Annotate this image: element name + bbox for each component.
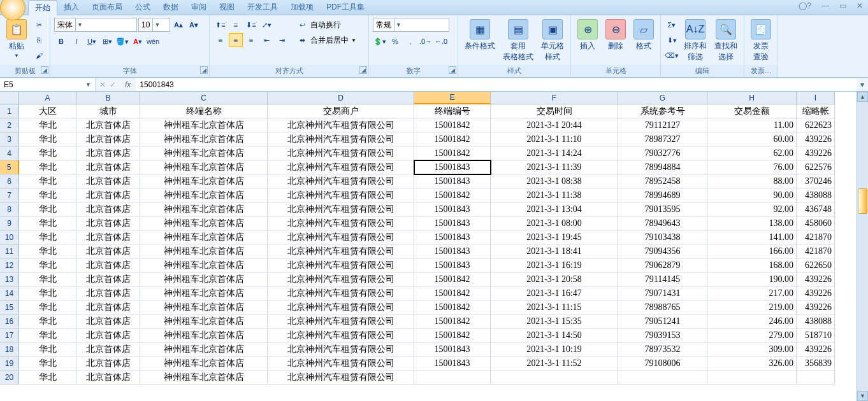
- align-bottom-button[interactable]: ⬇≡: [244, 18, 258, 32]
- align-top-button[interactable]: ⬆≡: [213, 18, 228, 32]
- cell[interactable]: 北京首体店: [76, 216, 140, 230]
- cell[interactable]: 11.00: [707, 118, 797, 132]
- cell[interactable]: 北京神州汽车租赁有限公司: [268, 216, 414, 230]
- row-header-10[interactable]: 10: [0, 230, 19, 244]
- cell[interactable]: 421870: [797, 244, 835, 258]
- cell[interactable]: 436748: [797, 202, 835, 216]
- cell[interactable]: 北京首体店: [76, 244, 140, 258]
- cell[interactable]: 15001843: [414, 356, 491, 370]
- cell[interactable]: 华北: [19, 188, 76, 202]
- indent-dec-button[interactable]: ⇤: [259, 33, 273, 47]
- clipboard-launcher[interactable]: ◢: [41, 66, 48, 74]
- cell[interactable]: 190.00: [707, 272, 797, 286]
- shrink-font-button[interactable]: A▾: [187, 18, 201, 32]
- cell[interactable]: 神州租车北京首体店: [140, 272, 268, 286]
- cell[interactable]: 华北: [19, 118, 76, 132]
- tab-3[interactable]: 公式: [129, 0, 157, 15]
- underline-button[interactable]: U▾: [85, 34, 99, 48]
- cell[interactable]: 79013595: [618, 202, 707, 216]
- row-header-5[interactable]: 5: [0, 160, 19, 174]
- cell[interactable]: 2021-3-1 14:50: [491, 328, 618, 342]
- cell[interactable]: 90.00: [707, 188, 797, 202]
- vertical-scrollbar[interactable]: ▲ ▼: [857, 92, 868, 401]
- align-launcher[interactable]: ◢: [359, 66, 367, 74]
- cell[interactable]: 北京神州汽车租赁有限公司: [268, 174, 414, 188]
- cell[interactable]: [491, 370, 618, 384]
- cell[interactable]: 79062879: [618, 258, 707, 272]
- header-cell[interactable]: 交易时间: [491, 104, 618, 118]
- header-cell[interactable]: 交易金额: [707, 104, 797, 118]
- number-launcher[interactable]: ◢: [449, 66, 456, 74]
- tab-2[interactable]: 页面布局: [85, 0, 129, 15]
- cell[interactable]: 北京神州汽车租赁有限公司: [268, 244, 414, 258]
- cell[interactable]: 北京首体店: [76, 188, 140, 202]
- cell[interactable]: 神州租车北京首体店: [140, 118, 268, 132]
- tab-0[interactable]: 开始: [28, 0, 57, 15]
- percent-button[interactable]: %: [388, 34, 402, 48]
- cell[interactable]: 北京首体店: [76, 258, 140, 272]
- cell[interactable]: 78994884: [618, 160, 707, 174]
- tab-4[interactable]: 数据: [157, 0, 185, 15]
- cell[interactable]: 北京首体店: [76, 146, 140, 160]
- cell[interactable]: 622623: [797, 118, 835, 132]
- cell[interactable]: 15001843: [414, 258, 491, 272]
- col-header-F[interactable]: F: [491, 92, 618, 104]
- bold-button[interactable]: B: [54, 34, 68, 48]
- header-cell[interactable]: 城市: [76, 104, 140, 118]
- row-header-1[interactable]: 1: [0, 104, 19, 118]
- cell[interactable]: 78973532: [618, 342, 707, 356]
- row-header-2[interactable]: 2: [0, 118, 19, 132]
- cell[interactable]: 华北: [19, 216, 76, 230]
- cell[interactable]: 15001842: [414, 272, 491, 286]
- cell[interactable]: 326.00: [707, 356, 797, 370]
- cell[interactable]: 北京首体店: [76, 328, 140, 342]
- cell[interactable]: 北京首体店: [76, 370, 140, 384]
- cell[interactable]: 华北: [19, 230, 76, 244]
- fill-button[interactable]: ⬇▾: [665, 33, 679, 47]
- sort-filter-button[interactable]: A↓Z排序和 筛选: [681, 18, 709, 64]
- cell[interactable]: 168.00: [707, 258, 797, 272]
- border-button[interactable]: ⊞▾: [100, 34, 114, 48]
- tab-6[interactable]: 视图: [213, 0, 241, 15]
- font-name-combo[interactable]: 宋体▼: [54, 18, 137, 32]
- italic-button[interactable]: I: [69, 34, 83, 48]
- cell[interactable]: 217.00: [707, 286, 797, 300]
- cell[interactable]: 439226: [797, 132, 835, 146]
- insert-button[interactable]: ⊕插入: [575, 18, 600, 53]
- cell[interactable]: 622650: [797, 258, 835, 272]
- cell[interactable]: 92.00: [707, 202, 797, 216]
- cell[interactable]: 神州租车北京首体店: [140, 300, 268, 314]
- row-header-6[interactable]: 6: [0, 174, 19, 188]
- name-box-input[interactable]: [4, 80, 61, 89]
- cell[interactable]: 北京首体店: [76, 272, 140, 286]
- conditional-format-button[interactable]: ▦条件格式: [462, 18, 498, 53]
- font-launcher[interactable]: ◢: [200, 66, 208, 74]
- cell[interactable]: 2021-3-1 15:35: [491, 314, 618, 328]
- clear-button[interactable]: ⌫▾: [665, 48, 679, 62]
- row-header-7[interactable]: 7: [0, 188, 19, 202]
- paste-button[interactable]: 📋 粘贴 ▼: [4, 18, 29, 60]
- cell[interactable]: 2021-3-1 16:19: [491, 258, 618, 272]
- cell[interactable]: 北京首体店: [76, 314, 140, 328]
- row-header-18[interactable]: 18: [0, 342, 19, 356]
- cut-button[interactable]: ✂: [32, 18, 46, 32]
- cell[interactable]: 141.00: [707, 230, 797, 244]
- cell[interactable]: 北京首体店: [76, 356, 140, 370]
- header-cell[interactable]: 交易商户: [268, 104, 414, 118]
- cell[interactable]: 2021-3-1 11:39: [491, 160, 618, 174]
- cell[interactable]: 北京神州汽车租赁有限公司: [268, 286, 414, 300]
- cell[interactable]: 15001843: [414, 174, 491, 188]
- cell[interactable]: 15001843: [414, 202, 491, 216]
- cell[interactable]: 439226: [797, 272, 835, 286]
- scroll-up-icon[interactable]: ▲: [857, 92, 868, 102]
- grow-font-button[interactable]: A▴: [171, 18, 185, 32]
- row-header-12[interactable]: 12: [0, 258, 19, 272]
- cell[interactable]: 79114145: [618, 272, 707, 286]
- row-header-17[interactable]: 17: [0, 328, 19, 342]
- cell[interactable]: 356839: [797, 356, 835, 370]
- cell[interactable]: 438088: [797, 188, 835, 202]
- cell[interactable]: 神州租车北京首体店: [140, 174, 268, 188]
- copy-button[interactable]: ⎘: [32, 33, 46, 47]
- cell[interactable]: 79094356: [618, 244, 707, 258]
- cell[interactable]: 78949643: [618, 216, 707, 230]
